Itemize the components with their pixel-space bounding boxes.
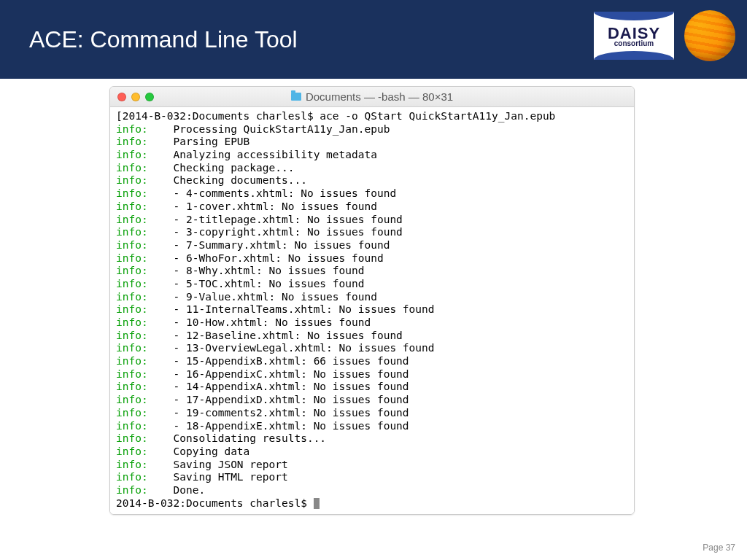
terminal-window: Documents — -bash — 80×31 [2014-B-032:Do… (109, 86, 635, 515)
daisy-logo: DAISY consortium (594, 12, 674, 60)
logos-area: DAISY consortium (594, 10, 735, 61)
close-icon[interactable] (117, 93, 126, 101)
slide: ACE: Command Line Tool DAISY consortium … (0, 0, 747, 560)
globe-icon (684, 10, 735, 61)
cursor-icon (314, 498, 320, 509)
slide-title: ACE: Command Line Tool (29, 26, 298, 53)
header-bar: ACE: Command Line Tool DAISY consortium (0, 0, 747, 79)
window-title: Documents — -bash — 80×31 (110, 90, 634, 103)
zoom-icon[interactable] (145, 93, 154, 101)
traffic-lights (117, 93, 154, 101)
page-number: Page 37 (703, 542, 735, 553)
minimize-icon[interactable] (131, 93, 140, 101)
daisy-logo-line2: consortium (614, 40, 654, 47)
folder-icon (291, 93, 301, 101)
terminal-body[interactable]: [2014-B-032:Documents charlesl$ ace -o Q… (110, 107, 634, 514)
window-title-text: Documents — -bash — 80×31 (306, 90, 453, 103)
terminal-titlebar: Documents — -bash — 80×31 (110, 87, 634, 107)
